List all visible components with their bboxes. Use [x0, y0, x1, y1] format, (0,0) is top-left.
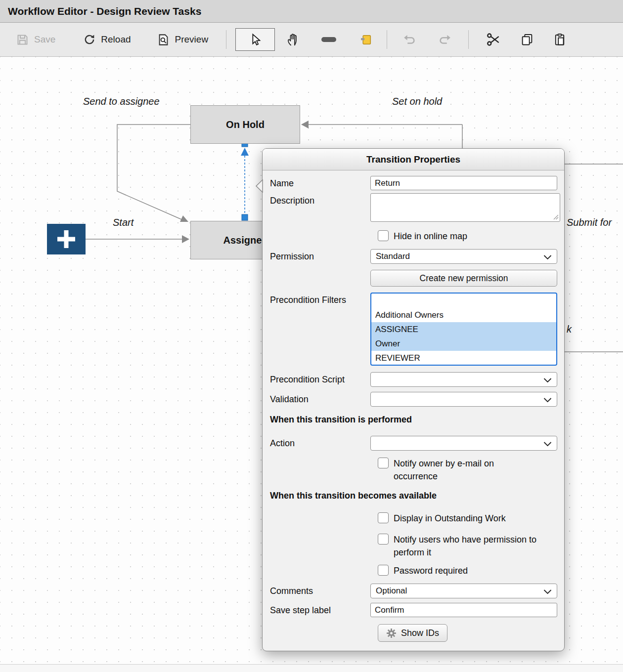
edge-label-send-to-assignee: Send to assignee — [83, 96, 160, 107]
capsule-icon — [320, 35, 337, 44]
annotation-tool-button[interactable] — [359, 33, 373, 46]
action-select[interactable] — [370, 436, 557, 451]
comments-select[interactable]: Optional — [370, 584, 557, 598]
save-button[interactable]: Save — [16, 33, 55, 46]
arrowhead-icon — [241, 148, 249, 156]
save-label: Save — [34, 34, 55, 45]
list-item[interactable]: ASSIGNEE — [371, 322, 556, 336]
display-outstanding-work-label: Display in Outstanding Work — [394, 512, 506, 525]
precondition-script-select[interactable] — [370, 372, 557, 387]
resize-grip-icon[interactable] — [553, 214, 559, 220]
preview-button[interactable]: Preview — [157, 33, 209, 46]
reload-icon — [83, 33, 96, 46]
edge-label-set-on-hold: Set on hold — [392, 96, 442, 107]
node-assignee-label: Assignee — [223, 235, 267, 246]
hide-in-online-map-checkbox[interactable] — [378, 230, 389, 241]
window-titlebar: Workflow Editor - Design Review Tasks — [0, 0, 623, 23]
hide-in-online-map-label: Hide in online map — [394, 230, 467, 243]
redo-button[interactable] — [438, 32, 452, 47]
dialog-titlebar[interactable]: Transition Properties — [263, 149, 564, 170]
show-ids-button[interactable]: Show IDs — [378, 624, 447, 642]
reload-label: Reload — [101, 34, 131, 45]
description-field-wrap — [370, 193, 560, 222]
node-on-hold-label: On Hold — [226, 119, 265, 130]
precondition-filters-list[interactable]: Additional OwnersASSIGNEEOwnerREVIEWER — [370, 293, 557, 366]
scissors-icon — [486, 32, 501, 47]
pointer-tool-button[interactable] — [235, 28, 275, 51]
start-node[interactable] — [47, 224, 86, 254]
section-when-available: When this transition becomes available — [270, 491, 557, 501]
permission-value: Standard — [376, 252, 410, 261]
paste-icon — [553, 33, 567, 46]
workflow-canvas[interactable]: Send to assignee Set on hold Start Submi… — [0, 57, 623, 664]
list-item[interactable] — [371, 294, 556, 308]
validation-select[interactable] — [370, 392, 557, 407]
list-item[interactable]: Owner — [371, 336, 556, 351]
note-icon — [359, 33, 373, 46]
chevron-down-icon — [543, 255, 552, 260]
undo-icon — [402, 32, 417, 47]
dialog-title: Transition Properties — [366, 154, 460, 165]
list-item[interactable]: Additional Owners — [371, 308, 556, 322]
pointer-icon — [248, 33, 262, 46]
undo-button[interactable] — [402, 32, 417, 47]
send-to-assignee-transition-line[interactable] — [117, 125, 190, 219]
notify-users-label: Notify users who have permission to perf… — [394, 533, 557, 559]
password-required-label: Password required — [394, 564, 468, 577]
reload-button[interactable]: Reload — [83, 33, 131, 46]
copy-icon — [520, 33, 534, 46]
description-input[interactable] — [370, 193, 560, 222]
comments-value: Optional — [376, 586, 407, 596]
hand-icon — [286, 32, 301, 47]
validation-label: Validation — [270, 392, 370, 407]
paste-button[interactable] — [553, 33, 567, 46]
bottom-scrollbar-track[interactable] — [0, 664, 623, 672]
permission-select[interactable]: Standard — [370, 249, 557, 264]
chevron-down-icon — [543, 398, 552, 403]
precondition-script-label: Precondition Script — [270, 372, 370, 387]
spacer — [270, 270, 370, 287]
chevron-down-icon — [543, 442, 552, 447]
plus-icon — [55, 228, 78, 251]
toolbar-separator — [226, 30, 226, 49]
notify-users-checkbox[interactable] — [378, 534, 389, 545]
redo-icon — [438, 32, 452, 47]
toolbar-separator — [468, 30, 469, 49]
preview-label: Preview — [175, 34, 209, 45]
section-when-performed: When this transition is performed — [270, 415, 557, 425]
chevron-down-icon — [543, 589, 552, 594]
step-tool-button[interactable] — [320, 35, 337, 44]
display-outstanding-work-checkbox[interactable] — [378, 512, 389, 523]
dialog-callout-pointer — [256, 179, 263, 193]
arrowhead-icon — [180, 215, 188, 222]
name-input[interactable] — [370, 176, 557, 190]
toolbar: Save Reload Preview — [0, 23, 623, 57]
gear-icon — [386, 628, 397, 638]
toolbar-separator — [387, 30, 387, 49]
list-item[interactable]: REVIEWER — [371, 351, 556, 365]
chevron-down-icon — [543, 378, 552, 383]
name-label: Name — [270, 176, 370, 190]
cut-button[interactable] — [486, 32, 501, 47]
precondition-filters-label: Precondition Filters — [270, 293, 370, 366]
node-on-hold[interactable]: On Hold — [190, 105, 300, 144]
create-new-permission-button[interactable]: Create new permission — [370, 270, 557, 287]
window-title: Workflow Editor - Design Review Tasks — [8, 5, 201, 17]
edge-label-submit-for: Submit for — [567, 217, 612, 228]
notify-owner-label: Notify owner by e-mail on occurrence — [394, 457, 522, 483]
transition-handle[interactable] — [242, 214, 248, 220]
workflow-editor-window: Workflow Editor - Design Review Tasks Sa… — [0, 0, 623, 672]
arrowhead-icon — [301, 121, 309, 128]
copy-button[interactable] — [520, 33, 534, 46]
description-label: Description — [270, 193, 370, 222]
permission-label: Permission — [270, 249, 370, 264]
arrowhead-icon — [182, 235, 189, 243]
pan-tool-button[interactable] — [286, 32, 301, 47]
notify-owner-checkbox[interactable] — [378, 458, 389, 468]
dialog-body: Name Description Hide in online map — [263, 170, 564, 642]
transition-properties-dialog: Transition Properties Name Description — [262, 148, 565, 651]
comments-label: Comments — [270, 584, 370, 598]
password-required-checkbox[interactable] — [378, 565, 389, 576]
save-step-input[interactable] — [370, 603, 557, 617]
show-ids-label: Show IDs — [401, 628, 439, 638]
